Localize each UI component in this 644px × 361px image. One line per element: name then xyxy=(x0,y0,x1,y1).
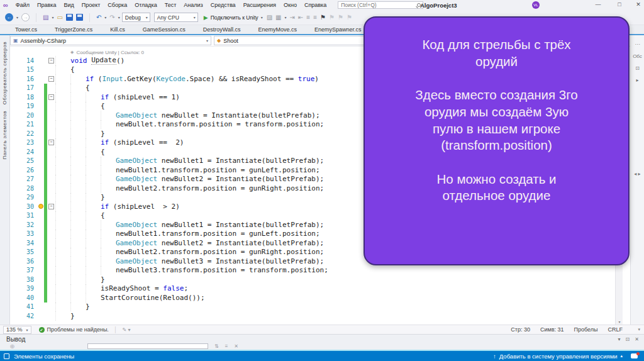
menu-item-2[interactable]: Вид xyxy=(60,0,77,10)
indent-icon[interactable]: ⇥ xyxy=(290,13,295,21)
status-item-2[interactable]: Пробелы xyxy=(574,326,598,333)
notifications-icon[interactable] xyxy=(631,353,638,358)
dropdown-caret-icon[interactable]: ▾ xyxy=(52,15,53,19)
bookmark-clear-icon[interactable]: ⚑ xyxy=(347,13,352,21)
quick-search[interactable] xyxy=(338,1,423,9)
platform-select[interactable]: Any CPU▾ xyxy=(154,13,198,22)
open-file-icon[interactable]: ▭ xyxy=(57,13,62,21)
problems-status[interactable]: Проблемы не найдены. xyxy=(47,326,109,333)
save-icon[interactable] xyxy=(66,14,73,21)
scroll-arrows-icon[interactable]: ◂ ▸ xyxy=(631,171,644,177)
messages-icon[interactable]: ✎ ▾ xyxy=(123,327,131,333)
indent-guide xyxy=(101,248,116,257)
outdent-icon[interactable]: ⇤ xyxy=(298,13,303,21)
attach-icon[interactable]: ▨ xyxy=(267,13,272,21)
tab-kill-cs[interactable]: Kill.cs xyxy=(101,25,134,34)
debug-config-select[interactable]: Debug▾ xyxy=(122,13,150,22)
redo-icon[interactable]: ↷ xyxy=(109,13,114,21)
menu-item-9[interactable]: Расширения xyxy=(240,0,280,10)
lightbulb-icon[interactable] xyxy=(38,204,43,209)
code-line-41[interactable]: 41} xyxy=(10,303,623,312)
menu-item-10[interactable]: Окно xyxy=(280,0,301,10)
menu-item-7[interactable]: Анализ xyxy=(180,0,206,10)
panel-close-icon[interactable]: ✕ xyxy=(635,336,639,342)
status-item-3[interactable]: CRLF xyxy=(608,326,623,333)
fold-toggle-icon[interactable]: − xyxy=(48,58,54,64)
dropdown-caret-icon[interactable]: ▾ xyxy=(118,15,120,19)
unity-message-icon: ◈ xyxy=(70,50,74,55)
menu-item-8[interactable]: Средства xyxy=(207,0,240,10)
menu-item-4[interactable]: Сборка xyxy=(104,0,131,10)
menu-item-6[interactable]: Тест xyxy=(161,0,180,10)
menu-item-1[interactable]: Правка xyxy=(33,0,60,10)
right-rail-label-0: ⋯ xyxy=(631,42,644,47)
output-panel-title[interactable]: Вывод xyxy=(6,336,25,343)
code-line-37[interactable]: 37newBullet3.transform.position = transf… xyxy=(10,266,623,275)
tab-tower-cs[interactable]: Tower.cs xyxy=(6,25,46,34)
output-tool-icon-1[interactable]: ≡ xyxy=(225,343,228,349)
card-line: орудия мы создаём 3ую xyxy=(381,104,612,121)
maximize-button[interactable]: □ xyxy=(615,1,624,8)
indent-guide xyxy=(70,248,86,257)
bookmark-prev-icon[interactable]: ⚑ xyxy=(329,13,335,21)
panel-pin-icon[interactable]: ⊡ xyxy=(626,336,630,342)
panel-dropdown-icon[interactable]: ▾ xyxy=(618,336,621,342)
attach-to-unity-button[interactable]: ▶ Подключить к Unity ▾ xyxy=(204,14,263,21)
code-line-40[interactable]: 40StartCoroutine(Reload()); xyxy=(10,293,623,303)
comment-icon[interactable]: ≡ xyxy=(306,13,310,21)
navigate-back-icon[interactable]: ← xyxy=(5,13,13,21)
fold-margin: − xyxy=(47,94,55,100)
dropdown-caret-icon[interactable]: ▾ xyxy=(285,15,287,19)
bookmark-next-icon[interactable]: ⚑ xyxy=(338,13,343,21)
tab-destroywall-cs[interactable]: DestroyWall.cs xyxy=(194,25,250,34)
dropdown-caret-icon[interactable]: ▾ xyxy=(16,15,18,19)
undo-icon[interactable]: ↶ xyxy=(96,13,101,21)
add-to-source-control-button[interactable]: ↑ Добавить в систему управления версиями… xyxy=(493,353,623,360)
fold-toggle-icon[interactable]: − xyxy=(48,140,54,145)
tab-gamesession-cs[interactable]: GameSession.cs xyxy=(134,25,194,34)
menu-item-0[interactable]: Файл xyxy=(12,0,33,10)
line-number: 21 xyxy=(10,121,38,128)
project-dropdown[interactable]: ▣ Assembly-CSharp ▾ xyxy=(10,36,211,45)
code-line-39[interactable]: 39isReadyShoot = false; xyxy=(10,284,623,294)
output-tool-icon-2[interactable]: ✕ xyxy=(234,343,238,349)
fold-toggle-icon[interactable]: − xyxy=(48,94,54,100)
new-project-icon[interactable]: ▤ xyxy=(43,13,48,21)
code-line-42[interactable]: 42} xyxy=(10,311,623,321)
output-tool-icon-0[interactable]: ⇅ xyxy=(214,343,219,349)
card-line: Здесь вместо создания 3го xyxy=(381,87,612,104)
menu-item-5[interactable]: Отладка xyxy=(131,0,161,10)
right-rail-icon-0[interactable]: ⊡ xyxy=(631,65,644,71)
indent-guide xyxy=(70,120,86,130)
fold-toggle-icon[interactable]: − xyxy=(48,204,54,209)
bookmark-icon[interactable]: ⚑ xyxy=(320,13,326,21)
side-tab-1[interactable]: Панель элементов xyxy=(2,111,8,160)
scroll-down-icon[interactable]: ▾ xyxy=(616,319,623,324)
chevron-down-icon: ▾ xyxy=(261,15,263,19)
navigate-forward-icon[interactable]: → xyxy=(21,13,30,21)
tab-enemyspawner-cs[interactable]: EnemySpawner.cs xyxy=(306,25,370,34)
fold-toggle-icon[interactable]: − xyxy=(48,76,54,82)
status-item-1[interactable]: Симв: 31 xyxy=(540,326,564,333)
code-line-38[interactable]: 38} xyxy=(10,275,623,284)
dropdown-caret-icon[interactable]: ▾ xyxy=(104,15,106,19)
close-button[interactable]: ✕ xyxy=(634,1,643,8)
zoom-select[interactable]: 135 %▾ xyxy=(3,326,31,334)
indent-guide xyxy=(55,165,70,175)
search-input[interactable] xyxy=(338,2,413,8)
right-rail-icon-1[interactable]: ▸ xyxy=(631,77,644,83)
menu-item-11[interactable]: Справка xyxy=(301,0,330,10)
side-tab-0[interactable]: Обозреватель серверов xyxy=(2,42,8,104)
minimize-button[interactable]: — xyxy=(594,1,602,8)
code-token: { xyxy=(70,65,75,74)
tab-enemymove-cs[interactable]: EnemyMove.cs xyxy=(249,25,306,34)
menu-item-3[interactable]: Проект xyxy=(78,0,104,10)
account-avatar[interactable]: VL xyxy=(532,1,540,9)
tab-triggerzone-cs[interactable]: TriggerZone.cs xyxy=(46,25,101,34)
output-source-select[interactable] xyxy=(87,343,208,349)
save-all-icon[interactable] xyxy=(76,14,83,21)
status-item-0[interactable]: Стр: 30 xyxy=(511,326,530,333)
screenshot-icon[interactable]: ▦ xyxy=(275,13,281,21)
chevron-down-icon[interactable]: ▾ xyxy=(638,327,640,332)
uncomment-icon[interactable]: ≡ xyxy=(313,13,317,21)
